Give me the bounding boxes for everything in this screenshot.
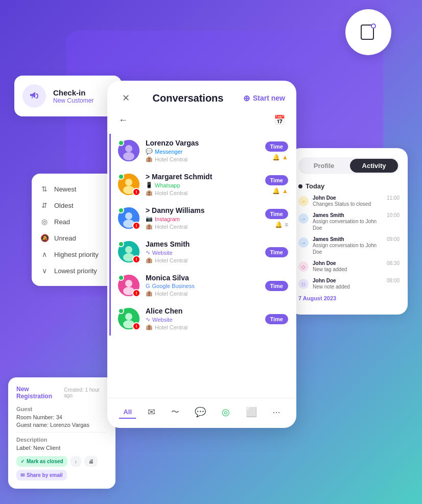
unread-badge: !: [132, 188, 140, 196]
notification-icon-circle[interactable]: [345, 9, 391, 55]
tab-activity[interactable]: Activity: [350, 159, 398, 173]
conv-hotel: 🏨 Hotel Central: [146, 290, 259, 297]
priority-icon: ▲: [282, 154, 288, 161]
conv-actions: Time 🔔 ▲: [265, 174, 288, 195]
checkin-title: Check-in: [53, 88, 93, 97]
conv-actions: Time: [265, 280, 288, 291]
conversation-item[interactable]: ! > Margaret Schmidt 📱 Whatsapp 🏨 Hotel …: [109, 167, 296, 201]
conv-name: James Smith: [146, 240, 259, 248]
conversation-item[interactable]: ! > Danny Williams 📷 Instagram 🏨 Hotel C…: [109, 201, 296, 235]
conversation-item[interactable]: Lorenzo Vargas 💬 Messenger 🏨 Hotel Centr…: [109, 134, 296, 167]
activity-icon: □: [298, 279, 309, 289]
sort-newest[interactable]: ⇅ Newest: [40, 181, 110, 197]
activity-item: → James Smith Assign conversation to Joh…: [298, 212, 400, 231]
mark-closed-label: Mark as closed: [27, 459, 63, 464]
start-new-button[interactable]: ⊕ Start new: [243, 93, 285, 103]
activity-time: 08:00: [387, 278, 400, 283]
activity-action: Assign conversation to John Doe: [313, 218, 383, 231]
conv-source: G Google Business: [146, 283, 259, 289]
conv-name: > Danny Williams: [146, 206, 259, 214]
conv-info: Monica Silva G Google Business 🏨 Hotel C…: [146, 274, 259, 297]
tab-email[interactable]: ✉: [144, 404, 159, 420]
avatar-wrap: !: [118, 241, 139, 262]
activity-text: John Doe Changes Status to closed: [313, 195, 383, 207]
google-icon: G: [146, 283, 150, 289]
hotel-icon: 🏨: [146, 324, 153, 330]
time-badge: Time: [265, 209, 288, 219]
instagram-tab-icon: ⬜: [246, 406, 257, 418]
conv-source: 📱 Whatsapp: [146, 182, 259, 188]
conversations-tab-bar: All ✉ 〜 💬 ◎ ⬜ ···: [107, 398, 296, 428]
unread-icon: 🔕: [40, 233, 49, 243]
back-button[interactable]: ←: [119, 115, 128, 126]
checkin-card: Check-in New Customer: [14, 76, 122, 116]
hotel-icon: 🏨: [146, 290, 153, 297]
tab-website[interactable]: 〜: [167, 405, 183, 420]
calendar-button[interactable]: 📅: [274, 114, 285, 126]
registration-card: New Registration Created: 1 hour ago Gue…: [8, 377, 115, 489]
activity-item: → James Smith Assign conversation to Joh…: [298, 236, 400, 255]
sort-oldest[interactable]: ⇵ Oldest: [40, 197, 110, 213]
avatar-wrap: !: [118, 275, 139, 296]
reg-room-number: Room Number: 34: [16, 414, 107, 420]
conv-hotel: 🏨 Hotel Central: [146, 156, 259, 162]
reg-guest-name: Guest name: Lorenzo Vargas: [16, 422, 107, 428]
activity-text: John Doe New tag added: [313, 260, 383, 273]
tab-whatsapp[interactable]: ◎: [218, 404, 234, 420]
priority-icon: ▲: [282, 187, 288, 195]
online-indicator: [118, 207, 124, 213]
profile-tab-label: Profile: [314, 162, 334, 170]
bell-icon: 🔔: [272, 154, 280, 161]
hotel-icon: 🏨: [146, 156, 153, 162]
activity-action: Assign conversation to John Doe: [313, 242, 383, 255]
reg-label: Label: New Client: [16, 445, 107, 451]
activity-person: John Doe: [313, 260, 383, 266]
sort-read[interactable]: ◎ Read: [40, 213, 110, 230]
conv-source: 💬 Messenger: [146, 148, 259, 155]
activity-person: John Doe: [313, 278, 383, 283]
avatar-wrap: !: [118, 207, 139, 229]
instagram-icon: 📷: [146, 215, 153, 222]
print-button[interactable]: 🖨: [84, 456, 98, 467]
sort-highest-priority[interactable]: ∧ Highest priority: [40, 246, 110, 262]
avatar-wrap: [118, 140, 139, 161]
conv-source: ∿ Website: [146, 249, 259, 256]
sort-read-label: Read: [54, 218, 70, 226]
conv-hotel: 🏨 Hotel Central: [146, 223, 259, 230]
tab-profile[interactable]: Profile: [300, 159, 348, 173]
sort-lowest-label: Lowest priority: [54, 267, 97, 275]
tab-messenger[interactable]: 💬: [191, 404, 210, 420]
close-button[interactable]: ✕: [119, 91, 133, 105]
conversation-item[interactable]: ! Monica Silva G Google Business 🏨 Hotel…: [109, 269, 296, 302]
mark-closed-button[interactable]: ✓ Mark as closed: [16, 456, 67, 467]
tab-all[interactable]: All: [119, 406, 136, 419]
conversation-item[interactable]: ! James Smith ∿ Website 🏨 Hotel Central …: [109, 235, 296, 269]
svg-point-5: [123, 152, 134, 160]
bell-icon: 🔔: [275, 221, 283, 228]
conversations-list: Lorenzo Vargas 💬 Messenger 🏨 Hotel Centr…: [107, 132, 296, 398]
email-icon: ✉: [20, 472, 25, 478]
share-email-button[interactable]: ✉ Share by email: [16, 470, 67, 481]
svg-point-13: [125, 246, 132, 253]
activity-icon: ◇: [298, 261, 309, 272]
activity-text: John Doe New note added: [313, 278, 383, 290]
sort-unread-label: Unread: [54, 234, 76, 242]
reg-guest-section: Guest: [16, 406, 107, 412]
download-icon: ↓: [75, 459, 77, 464]
sort-unread[interactable]: 🔕 Unread: [40, 230, 110, 246]
tab-instagram[interactable]: ⬜: [242, 404, 261, 420]
conversations-panel: ✕ Conversations ⊕ Start new ← 📅: [107, 81, 296, 428]
time-badge: Time: [265, 247, 288, 257]
sort-lowest-priority[interactable]: ∨ Lowest priority: [40, 262, 110, 279]
svg-point-19: [125, 313, 132, 320]
conv-info: James Smith ∿ Website 🏨 Hotel Central: [146, 240, 259, 263]
conversation-item[interactable]: ! Alice Chen ∿ Website 🏨 Hotel Central T…: [109, 302, 296, 335]
messenger-tab-icon: 💬: [195, 406, 206, 418]
online-indicator: [118, 174, 124, 180]
download-button[interactable]: ↓: [71, 456, 81, 467]
tab-more[interactable]: ···: [269, 405, 285, 420]
svg-point-16: [125, 280, 132, 287]
conversations-title: Conversations: [153, 92, 224, 104]
conv-actions: Time: [265, 313, 288, 324]
reg-description-section: Description: [16, 437, 107, 443]
